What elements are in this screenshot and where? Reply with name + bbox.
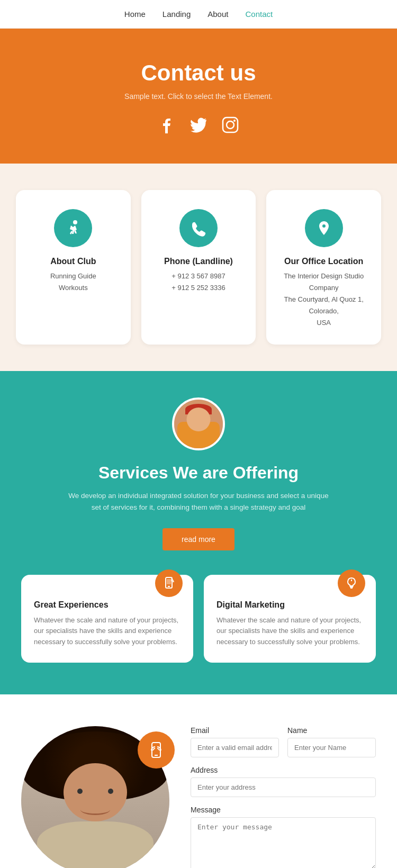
runner-icon — [54, 209, 92, 247]
email-group: Email — [191, 726, 279, 757]
about-club-title: About Club — [26, 257, 120, 266]
experiences-desc: Whatever the scale and nature of your pr… — [34, 615, 181, 648]
nav-landing[interactable]: Landing — [163, 10, 191, 19]
email-label: Email — [191, 726, 279, 735]
twitter-icon[interactable] — [190, 116, 207, 137]
nav-home[interactable]: Home — [124, 10, 146, 19]
instagram-icon[interactable] — [222, 116, 239, 137]
hero-title: Contact us — [11, 60, 386, 86]
svg-point-3 — [73, 220, 77, 224]
name-input[interactable] — [287, 738, 376, 757]
contact-form: Email Name Address Message SUBMIT Images… — [191, 726, 376, 868]
marketing-title: Digital Marketing — [216, 600, 363, 610]
email-input[interactable] — [191, 738, 279, 757]
phone-title: Phone (Landline) — [152, 257, 246, 266]
social-icons — [11, 116, 386, 137]
address-group: Address — [191, 766, 376, 797]
nav-contact[interactable]: Contact — [245, 10, 273, 19]
address-input[interactable] — [191, 777, 376, 797]
read-more-button[interactable]: read more — [163, 528, 234, 550]
mobile-icon — [155, 569, 183, 597]
svg-point-1 — [227, 121, 234, 129]
about-club-lines: Running GuideWorkouts — [26, 270, 120, 294]
phone-icon — [179, 209, 218, 247]
marketing-desc: Whatever the scale and nature of your pr… — [216, 615, 363, 648]
phone-numbers: + 912 3 567 8987+ 912 5 252 3336 — [152, 270, 246, 294]
services-title: Services We are Offering — [21, 463, 376, 483]
facebook-icon[interactable] — [158, 116, 175, 137]
contact-cards-section: About Club Running GuideWorkouts Phone (… — [0, 164, 397, 371]
navigation: Home Landing About Contact — [0, 0, 397, 29]
location-title: Our Office Location — [277, 257, 371, 266]
experiences-title: Great Experiences — [34, 600, 181, 610]
nav-about[interactable]: About — [207, 10, 228, 19]
phone-float-icon — [138, 731, 175, 768]
svg-rect-0 — [223, 117, 238, 132]
hero-subtitle: Sample text. Click to select the Text El… — [11, 92, 386, 101]
form-row-email-name: Email Name — [191, 726, 376, 757]
location-icon — [305, 209, 343, 247]
address-label: Address — [191, 766, 376, 774]
contact-cards-container: About Club Running GuideWorkouts Phone (… — [16, 190, 381, 345]
location-card: Our Office Location The Interior Design … — [266, 190, 381, 345]
services-subtitle: We develop an individual integrated solu… — [66, 490, 331, 513]
svg-rect-6 — [167, 579, 171, 584]
phone-card: Phone (Landline) + 912 3 567 8987+ 912 5… — [141, 190, 256, 345]
lightbulb-icon — [338, 569, 365, 597]
about-club-card: About Club Running GuideWorkouts — [16, 190, 131, 345]
location-address: The Interior Design Studio CompanyThe Co… — [277, 270, 371, 329]
service-cards-container: Great Experiences Whatever the scale and… — [21, 575, 376, 663]
svg-point-2 — [233, 120, 236, 122]
message-label: Message — [191, 806, 376, 814]
service-card-marketing: Digital Marketing Whatever the scale and… — [204, 575, 376, 663]
name-group: Name — [287, 726, 376, 757]
avatar — [172, 397, 225, 450]
services-section: Services We are Offering We develop an i… — [0, 371, 397, 694]
name-label: Name — [287, 726, 376, 735]
form-left-visual — [21, 726, 169, 868]
message-group: Message — [191, 806, 376, 868]
message-textarea[interactable] — [191, 817, 376, 868]
hero-section: Contact us Sample text. Click to select … — [0, 29, 397, 164]
contact-form-section: Email Name Address Message SUBMIT Images… — [0, 694, 397, 868]
service-card-experiences: Great Experiences Whatever the scale and… — [21, 575, 193, 663]
